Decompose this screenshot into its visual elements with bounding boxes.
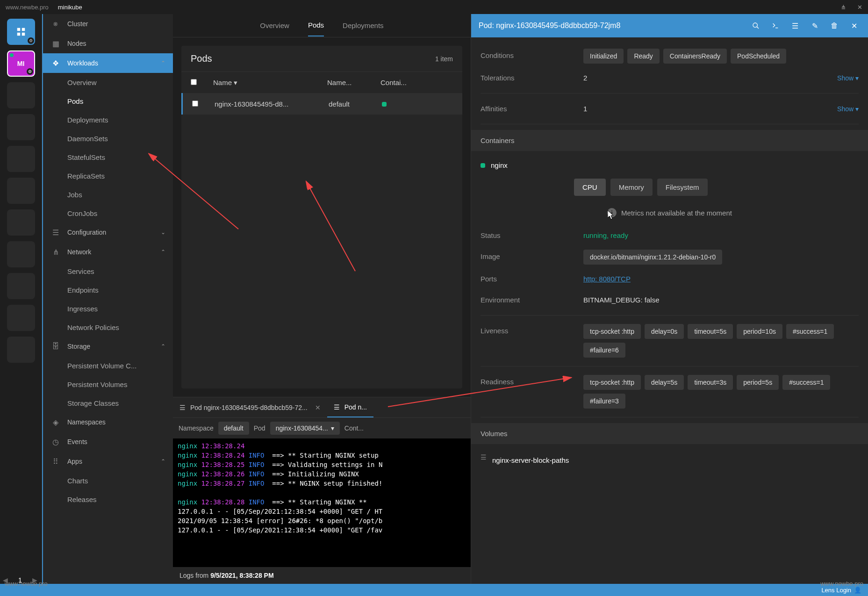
activity-placeholder[interactable]	[7, 114, 35, 140]
sidebar-sub-jobs[interactable]: Jobs	[43, 185, 173, 204]
chip: tcp-socket :http	[583, 375, 641, 390]
sidebar-sub-overview[interactable]: Overview	[43, 73, 173, 92]
chevron-up-icon: ⌃	[161, 458, 165, 465]
row-checkbox[interactable]	[192, 101, 198, 107]
activity-placeholder[interactable]	[7, 82, 35, 108]
show-tolerations-link[interactable]: Show ▾	[837, 74, 859, 82]
edit-icon[interactable]: ✎	[808, 19, 821, 32]
activity-cluster-minikube[interactable]: MI ⚙	[7, 50, 35, 77]
col-name[interactable]: Name ▾	[213, 79, 316, 87]
details-panel: Pod: nginx-1630845495-d8dbbcb59-72jm8 ☰ …	[471, 14, 868, 584]
share-icon[interactable]: ⋔	[841, 4, 846, 11]
sidebar-sub-ingresses[interactable]: Ingresses	[43, 299, 173, 318]
sidebar-item-workloads[interactable]: ❖ Workloads ⌃	[43, 53, 173, 73]
metrics-unavailable: i Metrics not available at the moment	[471, 201, 868, 225]
workload-tabs: Overview Pods Deployments	[173, 14, 471, 37]
sidebar-sub-pv[interactable]: Persistent Volumes	[43, 375, 173, 394]
search-icon[interactable]	[749, 19, 762, 32]
close-icon[interactable]: ✕	[315, 404, 321, 411]
col-namespace[interactable]: Name...	[327, 79, 369, 86]
sidebar-sub-pvc[interactable]: Persistent Volume C...	[43, 356, 173, 375]
sidebar-sub-endpoints[interactable]: Endpoints	[43, 280, 173, 299]
sidebar-item-configuration[interactable]: ☰ Configuration ⌄	[43, 223, 173, 242]
chip: timeout=5s	[688, 324, 733, 339]
chip: delay=5s	[645, 375, 684, 390]
table-row[interactable]: nginx-1630845495-d8... default	[181, 93, 462, 115]
delete-icon[interactable]: 🗑	[828, 19, 841, 32]
list-icon: ☰	[179, 404, 186, 411]
sidebar-item-cluster[interactable]: ⎈ Cluster	[43, 14, 173, 34]
sidebar-item-storage[interactable]: 🗄 Storage ⌃	[43, 337, 173, 356]
sidebar-item-network[interactable]: ⋔ Network ⌃	[43, 242, 173, 262]
metric-tab-filesystem[interactable]: Filesystem	[657, 179, 708, 196]
lens-login[interactable]: Lens Login 👤	[821, 587, 861, 594]
image-chip: docker.io/bitnami/nginx:1.21.2-debian-10…	[583, 250, 722, 265]
metric-tab-cpu[interactable]: CPU	[574, 179, 606, 196]
chevron-up-icon: ⌃	[161, 343, 165, 350]
sidebar-sub-storage-classes[interactable]: Storage Classes	[43, 394, 173, 412]
sidebar-sub-deployments[interactable]: Deployments	[43, 110, 173, 129]
sidebar-sub-pods[interactable]: Pods	[43, 92, 173, 110]
sidebar-sub-statefulsets[interactable]: StatefulSets	[43, 148, 173, 166]
pods-title: Pods	[191, 53, 212, 64]
activity-placeholder[interactable]	[7, 273, 35, 299]
shell-icon[interactable]	[769, 19, 782, 32]
chip: tcp-socket :http	[583, 324, 641, 339]
chip: #success=1	[782, 375, 830, 390]
close-icon[interactable]: ✕	[847, 19, 861, 32]
activity-placeholder[interactable]	[7, 241, 35, 267]
pod-select[interactable]: nginx-16308454... ▾	[270, 422, 340, 435]
activity-placeholder[interactable]	[7, 178, 35, 204]
metric-tab-memory[interactable]: Memory	[610, 179, 653, 196]
chevron-up-icon: ⌃	[161, 249, 165, 255]
port-link[interactable]: http: 8080/TCP	[583, 272, 631, 286]
helm-icon: ⎈	[50, 20, 61, 28]
svg-point-4	[753, 23, 757, 27]
sidebar-sub-cronjobs[interactable]: CronJobs	[43, 204, 173, 223]
user-icon: 👤	[854, 587, 861, 594]
sidebar-sub-daemonsets[interactable]: DaemonSets	[43, 129, 173, 148]
tab-overview[interactable]: Overview	[260, 15, 289, 36]
activity-placeholder[interactable]	[7, 337, 35, 363]
chip: period=5s	[737, 375, 779, 390]
sidebar-sub-charts[interactable]: Charts	[43, 471, 173, 490]
sidebar-item-events[interactable]: ◷ Events	[43, 432, 173, 452]
gear-icon[interactable]: ⚙	[27, 68, 33, 75]
tab-deployments[interactable]: Deployments	[343, 15, 384, 36]
chip: #failure=3	[583, 394, 625, 409]
cluster-name: minikube	[58, 4, 82, 11]
log-output[interactable]: nginx 12:38:28.24 nginx 12:38:28.24 INFO…	[173, 438, 471, 567]
activity-placeholder[interactable]	[7, 209, 35, 236]
col-containers[interactable]: Contai...	[380, 79, 453, 86]
sidebar-item-namespaces[interactable]: ◈ Namespaces	[43, 412, 173, 432]
sidebar-item-nodes[interactable]: ▦ Nodes	[43, 34, 173, 53]
volume-icon: ☰	[481, 453, 487, 461]
namespace-select[interactable]: default	[218, 422, 249, 435]
sidebar-sub-services[interactable]: Services	[43, 262, 173, 280]
table-header: Name ▾ Name... Contai...	[181, 72, 462, 93]
close-icon[interactable]: ✕	[857, 4, 862, 11]
show-affinities-link[interactable]: Show ▾	[837, 105, 859, 113]
terminal-tab[interactable]: ☰ Pod nginx-1630845495-d8dbbcb59-72... ✕	[173, 397, 327, 417]
chip: timeout=3s	[688, 375, 733, 390]
clock-icon: ◷	[50, 438, 61, 446]
containers-section: Containers	[471, 130, 868, 151]
activity-catalog[interactable]: ⚙	[7, 19, 35, 45]
titlebar-url-hint: www.newbe.pro	[6, 4, 49, 11]
gear-icon[interactable]: ⚙	[28, 37, 34, 44]
apps-icon: ⠿	[50, 457, 61, 466]
select-all-checkbox[interactable]	[191, 79, 197, 85]
sidebar-sub-network-policies[interactable]: Network Policies	[43, 318, 173, 337]
terminal-tab[interactable]: ☰ Pod n...	[327, 397, 373, 417]
sidebar-sub-releases[interactable]: Releases	[43, 490, 173, 509]
tab-pods[interactable]: Pods	[308, 14, 324, 36]
logs-icon[interactable]: ☰	[789, 19, 802, 32]
activity-placeholder[interactable]	[7, 146, 35, 172]
sidebar-sub-replicasets[interactable]: ReplicaSets	[43, 166, 173, 185]
activity-placeholder[interactable]	[7, 305, 35, 331]
sort-icon: ▾	[234, 79, 237, 86]
sidebar-item-apps[interactable]: ⠿ Apps ⌃	[43, 452, 173, 471]
container-name: nginx	[491, 161, 508, 169]
pod-namespace: default	[329, 100, 371, 108]
info-icon: i	[607, 208, 617, 217]
